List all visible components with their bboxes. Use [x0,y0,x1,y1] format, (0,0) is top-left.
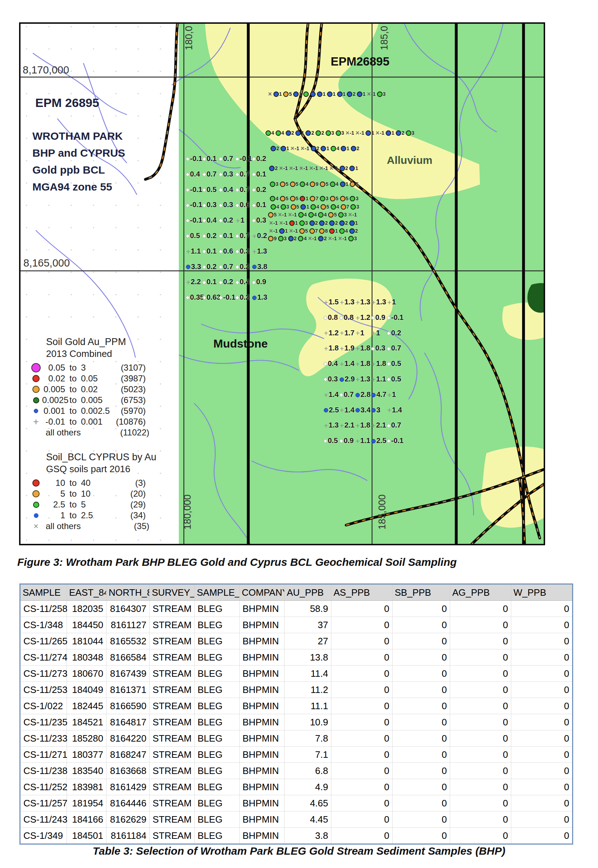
table-header-cell: NORTH_84 [106,584,150,601]
table-cell: 184166 [67,811,106,828]
table-cell: 184521 [67,714,106,730]
sample-value-row: 0.50.9+1.12.5-0.1 [324,436,403,444]
sample-dot-row: 355495415 [270,181,360,187]
legend-entry: 10to40(3) [25,478,162,489]
table-cell: 37 [285,617,331,633]
table-cell: 8164307 [106,601,150,617]
table-cell: 184049 [67,682,106,698]
table-cell: BHPMIN [240,698,285,714]
table-cell: 0 [393,779,450,795]
alluvium-label: Alluvium [387,154,432,166]
table-cell: 8164817 [106,714,150,730]
sample-dot-row: ×-11×-1578142 [269,228,359,234]
table-cell: BHPMIN [240,747,285,763]
table-header-cell: AS_PPB [331,584,393,601]
table-cell: BHPMIN [240,730,285,747]
table-cell: 0 [511,698,573,714]
table-cell: STREAM [150,730,195,747]
table-cell: 8162629 [106,811,150,828]
table-cell: 0 [450,730,511,747]
red-symbol-icon [32,375,40,382]
sample-dot-row: ×-1×-11322221 [269,220,359,226]
table-cell: 8166590 [106,698,150,714]
sample-value-row: +1.3+2.1+1.8+2.10.7 [324,421,403,429]
table-cell: BHPMIN [240,666,285,682]
table-cell: 181954 [67,795,106,811]
table-cell: BHPMIN [240,763,285,779]
table-cell: 0 [450,649,511,666]
table-cell: 0 [511,633,573,649]
table-header-row: SAMPLEEAST_84NORTH_84SURVEY_TSAMPLE_TCOM… [20,584,573,601]
table-cell: 8166584 [106,649,150,666]
table-cell: 8161127 [106,617,150,633]
table-cell: 0 [393,747,450,763]
legend-entry: 0.02to0.05(3987) [25,373,162,384]
sample-value-row: +1.5+1.3+1.3+1.3+1 [324,298,403,306]
table-header-cell: COMPANY [240,584,285,601]
sample-value-row: 0.40.70.30.70.1 [186,170,269,178]
table-cell: STREAM [150,698,195,714]
table-cell: BLEG [195,698,240,714]
sample-value-row: -0.10.50.40.70.2 [186,186,269,193]
table-cell: 0 [511,730,573,747]
table-cell: CS-11/265 [20,633,67,649]
table-cell: 58.9 [285,601,331,617]
table-cell: CS-11/238 [20,763,67,779]
table-cell: 0 [331,633,393,649]
table-cell: 8168247 [106,747,150,763]
table-cell: 0 [450,617,511,633]
table-header-cell: SURVEY_T [150,584,195,601]
table-row: CS-11/2381835408163668STREAMBLEGBHPMIN6.… [20,763,573,779]
legend-entry: 5to10(20) [25,489,162,499]
map-title-line-1: WROTHAM PARK [32,127,125,144]
x-symbol-icon [33,521,39,531]
table-row: CS-11/2711803778168247STREAMBLEGBHPMIN7.… [20,747,573,763]
table-cell: CS-11/274 [20,649,67,666]
sample-value-row: 0.50.20.10.7+0.2 [186,232,269,240]
table-cell: 0 [393,811,450,828]
table-cell: BHPMIN [240,828,285,844]
table-cell: BHPMIN [240,795,285,811]
table-cell: 0 [450,714,511,730]
sample-value-row: 3.30.20.70.23.8 [186,262,269,270]
table-cell: 0 [393,698,450,714]
orange-symbol-icon [32,490,40,498]
data-table: SAMPLEEAST_84NORTH_84SURVEY_TSAMPLE_TCOM… [19,583,573,845]
table-cell: 11.2 [285,682,331,698]
legend-entry: all others(35) [25,521,162,532]
table-cell: 0 [393,666,450,682]
legend-soil-gold-subtitle: 2013 Combined [46,348,162,360]
table-cell: CS-1/022 [20,698,67,714]
table-cell: 0 [331,698,393,714]
map-title-line-2: BHP and CYPRUS [32,144,125,161]
legend-bcl-title: Soil_BCL CYPRUS by Au [46,452,162,463]
bluedot-symbol-icon [34,513,39,518]
table-row: CS-1/0221824458166590STREAMBLEGBHPMIN11.… [20,698,573,714]
table-cell: 180670 [67,666,106,682]
table-header-cell: AG_PPB [450,584,511,601]
sample-value-row: +1.10.10.60.3+1.3 [186,247,269,255]
table-row: CS-11/2571819548164446STREAMBLEGBHPMIN4.… [20,795,573,811]
table-cell: BHPMIN [240,682,285,698]
table-cell: 180348 [67,649,106,666]
table-cell: 8164220 [106,730,150,747]
legend-soil-gold: Soil Gold Au_PPM 2013 Combined 0.05to3(3… [25,336,162,438]
table-header-cell: AU_PPB [285,584,331,601]
table-cell: 0 [393,617,450,633]
table-cell: 4.9 [285,779,331,795]
table-cell: BHPMIN [240,779,285,795]
table-cell: STREAM [150,617,195,633]
table-cell: BLEG [195,811,240,828]
table-cell: 0 [450,828,511,844]
table-cell: 0 [450,698,511,714]
table-cell: 10.9 [285,714,331,730]
table-cell: 0 [331,828,393,844]
sample-value-row: +2.20.10.20.40.9 [186,278,269,286]
table-cell: 183540 [67,763,106,779]
table-cell: 0 [331,811,393,828]
sample-dot-row: ×15111121×-13 [268,91,387,97]
table-cell: STREAM [150,633,195,649]
table-row: CS-11/2521839818161429STREAMBLEGBHPMIN4.… [20,779,573,795]
table-cell: BLEG [195,795,240,811]
table-cell: 0 [511,763,573,779]
